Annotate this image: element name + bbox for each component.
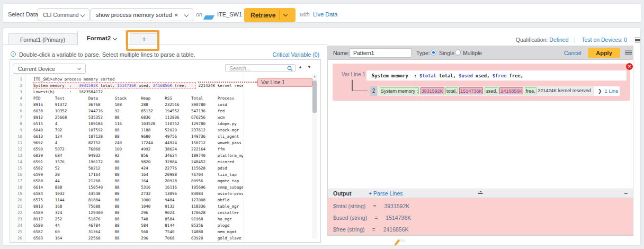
highlight-annotation-box [126, 30, 159, 51]
button-divider [279, 10, 280, 20]
code-line[interactable]: 86515 4 109184 116 103528 110752 129780 … [10, 121, 320, 127]
search-prev-icon[interactable]: ▲ [298, 65, 302, 69]
tab-format1[interactable]: Format1 (Primary) [8, 33, 77, 45]
code-line[interactable]: 166599 28 17164 88 164 20988 76704 liin_… [10, 172, 320, 178]
apply-button[interactable]: Apply [588, 48, 620, 58]
line-text: 6583 164 22568 88 296 7068 63920 gold_sl… [26, 235, 243, 242]
line-number: 25 [10, 229, 26, 235]
search-input[interactable]: Search... [225, 64, 296, 72]
radio-multiple[interactable] [455, 49, 461, 55]
code-line[interactable]: 106613 124 107128 88 9680 49756 149736 c… [10, 134, 320, 140]
scrollbar-thumb[interactable] [312, 81, 317, 113]
search-icon [287, 66, 293, 72]
line-number: 8 [10, 121, 26, 127]
line-text: 6590 5072 76868 100 4992 38624 222164 ff… [26, 146, 243, 153]
code-line[interactable]: 196584 1032 43548 88 2732 13096 83084 os… [10, 191, 320, 197]
output-variable-row: $free (string)=2416856K [328, 225, 633, 237]
device-filter-select[interactable]: Current Device [13, 64, 86, 74]
chevron-down-icon[interactable] [283, 12, 288, 16]
line-number: 14 [10, 159, 26, 165]
code-line[interactable]: 119692 4 82752 240 17244 44924 150712 wn… [10, 140, 320, 146]
line-number: 22 [10, 210, 26, 216]
code-line[interactable]: 3Lowest(b) : 1823584172 [10, 89, 320, 95]
collapse-handle-icon[interactable] [478, 191, 483, 194]
line-text: 8916 91372 36768 108 288 232516 390780 i… [26, 102, 243, 108]
code-line[interactable]: 176588 44 21268 88 164 20928 80956 mgmte… [10, 178, 320, 184]
code-line[interactable]: 266583 164 22568 88 296 7068 63920 gold_… [10, 235, 320, 242]
line-number: 24 [10, 223, 26, 229]
cancel-button[interactable]: Cancel [564, 50, 582, 56]
qualification-row: Qualification: Defined Test on Devices: … [516, 37, 627, 43]
close-icon[interactable]: ✕ [626, 63, 633, 70]
code-line[interactable]: 146591 1576 196172 88 9820 32884 248452 … [10, 159, 320, 165]
line-text: 8913 168 75688 88 1040 9132 118336 table… [26, 203, 243, 210]
line-number: 12 [10, 146, 26, 153]
clear-icon[interactable]: ✕ [174, 12, 178, 18]
command-combobox[interactable]: show process memory sorted ✕ [91, 8, 193, 21]
code-line[interactable]: 4PID Text Data Stack Heap RSS Total Proc… [10, 95, 320, 102]
matched-line-row[interactable]: System memory : 3931592K total, 1514736K… [378, 86, 594, 96]
connector-line [352, 91, 368, 92]
code-line[interactable]: 238917 252 51876 88 748 8584 91968 ha_mg… [10, 216, 320, 223]
line-number: 10 [10, 134, 26, 140]
parse-hint-text: Double-click a variable to parse. Select… [19, 51, 195, 58]
panel-menu-icon[interactable] [635, 38, 640, 42]
pattern-input[interactable]: System memory : $total total, $used used… [366, 70, 627, 81]
pattern-name-input[interactable]: Pattern1 [350, 48, 412, 58]
test-on-devices-link[interactable]: Test on Devices: 0 [582, 37, 627, 43]
search-next-icon[interactable]: ▼ [307, 65, 311, 69]
var-line-tag[interactable]: Var Line 1 [257, 78, 312, 87]
pattern-text: System memory : $total total, $used used… [372, 73, 523, 78]
code-line[interactable]: 156582 52 50212 88 424 22776 115628 pdsd [10, 165, 320, 172]
parse-lines-button[interactable]: + Parse Lines [369, 190, 403, 197]
data-type-select[interactable]: CLI Command [38, 8, 90, 21]
line-text: 9692 4 82752 240 17244 44924 150712 wnwe… [26, 140, 243, 146]
line-text: 6587 60 31364 88 560 7540 74880 mem_mgmt [26, 229, 243, 235]
line-text: 6040 792 107592 88 1188 52020 237612 sta… [26, 127, 243, 134]
code-line[interactable]: 136039 684 94932 92 856 34624 189740 pla… [10, 153, 320, 159]
tab-format2[interactable]: Format2 [77, 31, 126, 45]
qualification-value[interactable]: Defined [549, 37, 568, 43]
cli-output-code[interactable]: 1ITE_SW1>show process memory sorted2Syst… [10, 76, 320, 242]
info-icon: i [11, 51, 16, 57]
on-label: on [196, 11, 202, 17]
code-line[interactable]: 256587 60 31364 88 560 7540 74880 mem_mg… [10, 229, 320, 235]
line-number: 21 [10, 203, 26, 210]
retrieve-button[interactable]: Retrieve [244, 8, 296, 22]
code-line[interactable]: 78912 25668 535352 88 6836 112836 676256… [10, 114, 320, 121]
data-type-value: CLI Command [43, 12, 79, 18]
code-line[interactable]: 96040 792 107592 88 1188 52020 237612 st… [10, 127, 320, 134]
live-data-link[interactable]: Live Data [313, 11, 337, 17]
line-text: PID Text Data Stack Heap RSS Total Proce… [26, 95, 243, 102]
line-count-button[interactable]: ❯1 Line [594, 86, 620, 96]
code-line[interactable]: 66038 10352 244716 92 85132 194552 54713… [10, 108, 320, 114]
with-label: with [300, 11, 310, 17]
search-placeholder: Search... [229, 65, 251, 71]
code-line[interactable]: 226589 324 129300 88 296 9024 170628 ins… [10, 210, 320, 216]
radio-single[interactable] [431, 49, 436, 55]
line-number: 18 [10, 184, 26, 191]
code-line[interactable]: 246580 44 46784 88 584 8144 85356 plogd [10, 223, 320, 229]
line-number: 11 [10, 140, 26, 146]
collapse-output-icon[interactable]: − [624, 190, 628, 197]
pattern-menu-icon[interactable] [625, 50, 632, 55]
chevron-down-icon [113, 36, 117, 40]
critical-variable-link[interactable]: Critical Variable (0) [273, 51, 320, 58]
code-line[interactable]: 58916 91372 36768 108 288 232516 390780 … [10, 102, 320, 108]
code-line[interactable]: 186614 888 150540 88 5316 16116 195696 s… [10, 184, 320, 191]
retrieve-label: Retrieve [251, 12, 275, 19]
line-text: 6580 44 46784 88 584 8144 85356 plogd [26, 223, 243, 229]
line-text: 6582 52 50212 88 424 22776 115628 pdsd [26, 165, 243, 172]
line-text: 6588 44 21268 88 164 20928 80956 mgmte_t… [26, 178, 243, 184]
line-number: 17 [10, 178, 26, 184]
line-number: 1 [10, 76, 26, 83]
code-line[interactable]: 206575 1144 81884 88 1000 9484 127008 ob… [10, 197, 320, 203]
code-line[interactable]: 218913 168 75688 88 1040 9132 118336 tab… [10, 203, 320, 210]
line-number: 7 [10, 114, 26, 121]
line-number: 19 [10, 191, 26, 197]
scrollbar-up-icon[interactable]: ▲ [313, 75, 316, 78]
pattern-header-bar: Name: Pattern1 Type: Single Multiple Can… [327, 46, 633, 60]
output-variable-row: $total (string)=3931592K [328, 202, 633, 214]
name-label: Name: [333, 50, 350, 56]
code-line[interactable]: 126590 5072 76868 100 4992 38624 222164 … [10, 146, 320, 153]
